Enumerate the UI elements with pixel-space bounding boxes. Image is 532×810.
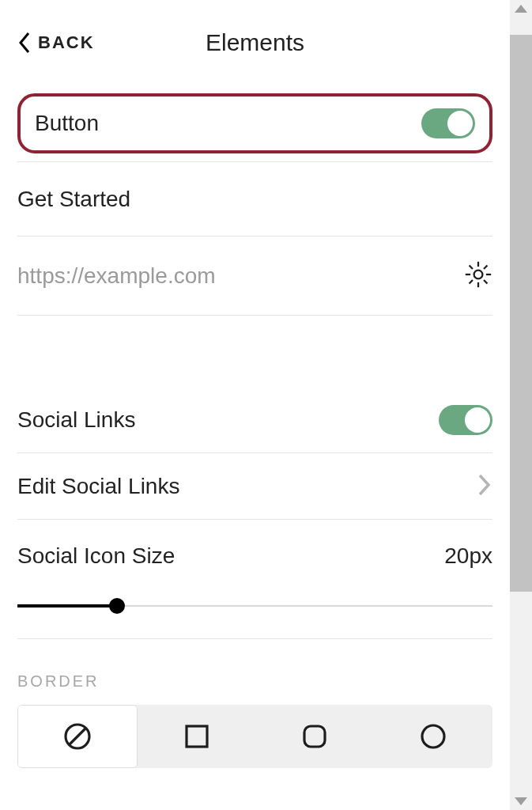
social-icon-size-label: Social Icon Size <box>17 543 175 569</box>
chevron-right-icon <box>477 473 492 500</box>
social-icon-size-row: Social Icon Size 20px <box>17 520 492 639</box>
border-option-square[interactable] <box>138 705 256 768</box>
button-text-value: Get Started <box>17 187 130 212</box>
border-option-none[interactable] <box>17 705 138 768</box>
social-icon-size-value: 20px <box>444 543 492 569</box>
edit-social-links-row[interactable]: Edit Social Links <box>17 453 492 520</box>
button-toggle-label: Button <box>35 111 99 136</box>
circle-icon <box>417 721 449 752</box>
border-option-circle[interactable] <box>374 705 492 768</box>
svg-line-7 <box>484 265 487 268</box>
social-links-label: Social Links <box>17 407 135 433</box>
button-toggle[interactable] <box>421 108 475 138</box>
svg-rect-12 <box>304 726 325 747</box>
svg-line-6 <box>484 280 487 283</box>
svg-point-0 <box>474 270 483 278</box>
scroll-thumb[interactable] <box>510 35 532 592</box>
square-icon <box>181 721 213 752</box>
button-row-highlight: Button <box>17 93 492 153</box>
border-option-rounded[interactable] <box>256 705 375 768</box>
social-icon-size-slider[interactable] <box>17 605 492 607</box>
svg-rect-11 <box>187 726 207 747</box>
border-section-label: BORDER <box>17 672 492 691</box>
scroll-track[interactable] <box>510 13 532 797</box>
page-title: Elements <box>206 29 304 56</box>
edit-social-links-label: Edit Social Links <box>17 474 179 499</box>
button-text-row[interactable]: Get Started <box>17 162 492 237</box>
button-url-row[interactable]: https://example.com <box>17 237 492 316</box>
back-button[interactable]: BACK <box>17 31 95 55</box>
chevron-left-icon <box>17 31 32 55</box>
gear-icon[interactable] <box>464 260 492 292</box>
social-links-toggle[interactable] <box>439 405 492 435</box>
scroll-down-icon[interactable] <box>515 797 527 805</box>
rounded-square-icon <box>299 721 330 752</box>
panel-header: BACK Elements <box>17 24 492 62</box>
vertical-scrollbar[interactable] <box>510 0 532 810</box>
svg-point-13 <box>422 725 444 748</box>
scroll-up-icon[interactable] <box>515 5 527 13</box>
border-style-segmented <box>17 705 492 768</box>
none-icon <box>62 721 93 752</box>
svg-line-10 <box>69 728 86 745</box>
back-label: BACK <box>38 32 95 53</box>
button-url-placeholder: https://example.com <box>17 263 216 289</box>
svg-line-5 <box>470 265 473 268</box>
svg-line-8 <box>470 280 473 283</box>
social-links-row: Social Links <box>17 387 492 453</box>
